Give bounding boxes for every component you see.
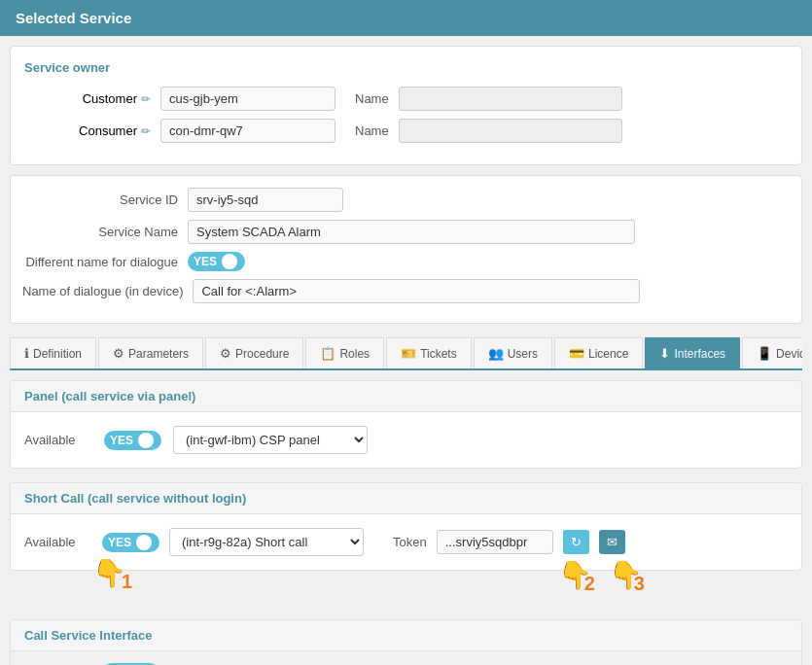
consumer-input[interactable] bbox=[160, 119, 335, 143]
dialogue-name-row: Name of dialogue (in device) bbox=[22, 279, 790, 303]
page-header: Selected Service bbox=[0, 0, 812, 36]
customer-name-label: Name bbox=[355, 91, 389, 106]
consumer-edit-icon[interactable]: ✏ bbox=[141, 124, 151, 138]
short-call-section: Short Call (call service without login) … bbox=[10, 482, 802, 571]
service-owner-title: Service owner bbox=[24, 60, 788, 75]
diff-name-toggle[interactable]: YES bbox=[188, 252, 245, 271]
short-call-toggle-circle bbox=[136, 535, 152, 550]
tab-procedure-label: Procedure bbox=[235, 347, 289, 361]
consumer-label: Consumer bbox=[79, 123, 137, 138]
service-id-row: Service ID bbox=[22, 188, 790, 212]
toggle-yes-label: YES bbox=[194, 255, 217, 268]
tab-users[interactable]: 👥 Users bbox=[474, 337, 552, 368]
tab-devices[interactable]: 📱 Devices bbox=[742, 337, 802, 368]
service-name-row: Service Name bbox=[22, 220, 790, 244]
cursor-3-label: 3 bbox=[634, 573, 645, 595]
panel-dropdown[interactable]: (int-gwf-ibm) CSP panel bbox=[173, 426, 368, 454]
service-owner-section: Service owner Customer ✏ Name Consumer ✏… bbox=[10, 46, 802, 165]
short-call-toggle[interactable]: YES 👇 1 bbox=[102, 533, 159, 552]
tab-interfaces[interactable]: ⬇ Interfaces bbox=[645, 337, 740, 368]
tab-definition[interactable]: ℹ Definition bbox=[10, 337, 96, 368]
tab-interfaces-label: Interfaces bbox=[674, 347, 725, 361]
service-name-label: Service Name bbox=[22, 225, 188, 239]
customer-input[interactable] bbox=[160, 87, 335, 111]
panel-section-title: Panel (call service via panel) bbox=[24, 389, 195, 403]
panel-toggle-label: YES bbox=[110, 434, 133, 447]
tab-roles-label: Roles bbox=[339, 347, 370, 361]
cursor-2-label: 2 bbox=[584, 573, 595, 595]
tab-tickets[interactable]: 🎫 Tickets bbox=[386, 337, 472, 368]
panel-toggle-circle bbox=[138, 433, 154, 448]
call-service-section: Call Service Interface Available YES bbox=[10, 619, 802, 665]
token-input[interactable] bbox=[437, 530, 553, 554]
panel-toggle[interactable]: YES bbox=[104, 431, 161, 450]
panel-available-label: Available bbox=[24, 433, 92, 447]
tab-procedure[interactable]: ⚙ Procedure bbox=[205, 337, 303, 368]
page-title: Selected Service bbox=[16, 10, 131, 26]
short-call-dropdown[interactable]: (int-r9g-82a) Short call bbox=[169, 528, 364, 556]
email-token-button[interactable]: ✉ 👇 3 bbox=[599, 530, 625, 554]
service-name-input[interactable] bbox=[188, 220, 635, 244]
customer-edit-icon[interactable]: ✏ bbox=[141, 92, 151, 106]
tab-devices-label: Devices bbox=[776, 347, 802, 361]
diff-name-row: Different name for dialogue YES bbox=[22, 252, 790, 271]
consumer-row: Consumer ✏ Name bbox=[24, 119, 788, 143]
diff-name-label: Different name for dialogue bbox=[22, 255, 188, 269]
customer-row: Customer ✏ Name bbox=[24, 87, 788, 111]
call-service-title: Call Service Interface bbox=[24, 628, 153, 643]
short-call-row: Available YES 👇 1 (int-r9g-82a) Short ca… bbox=[24, 528, 788, 556]
definition-icon: ℹ bbox=[24, 346, 29, 361]
tab-licence-label: Licence bbox=[588, 347, 628, 361]
interfaces-icon: ⬇ bbox=[659, 346, 670, 361]
service-id-label: Service ID bbox=[22, 192, 188, 207]
dialogue-name-label: Name of dialogue (in device) bbox=[22, 284, 193, 298]
tickets-icon: 🎫 bbox=[401, 346, 416, 361]
tab-users-label: Users bbox=[508, 347, 538, 361]
toggle-circle bbox=[222, 254, 237, 269]
customer-label: Customer bbox=[83, 91, 137, 106]
service-details-section: Service ID Service Name Different name f… bbox=[10, 175, 802, 324]
devices-icon: 📱 bbox=[757, 346, 772, 361]
panel-available-row: Available YES (int-gwf-ibm) CSP panel bbox=[24, 426, 788, 454]
parameters-icon: ⚙ bbox=[113, 346, 124, 361]
email-icon: ✉ bbox=[607, 535, 618, 549]
tabs-container: ℹ Definition ⚙ Parameters ⚙ Procedure 📋 … bbox=[10, 337, 802, 370]
procedure-icon: ⚙ bbox=[220, 346, 231, 361]
short-call-toggle-label: YES bbox=[108, 536, 131, 549]
tab-licence[interactable]: 💳 Licence bbox=[554, 337, 643, 368]
roles-icon: 📋 bbox=[320, 346, 335, 361]
consumer-name-input[interactable] bbox=[399, 119, 622, 143]
tab-definition-label: Definition bbox=[33, 347, 82, 361]
cursor-1-label: 1 bbox=[122, 571, 132, 593]
service-id-input[interactable] bbox=[188, 188, 343, 212]
users-icon: 👥 bbox=[488, 346, 504, 361]
customer-name-input[interactable] bbox=[399, 87, 622, 111]
consumer-name-label: Name bbox=[355, 123, 389, 138]
refresh-token-button[interactable]: ↻ 👇 2 bbox=[563, 530, 589, 554]
refresh-icon: ↻ bbox=[571, 535, 582, 549]
short-call-available-label: Available bbox=[24, 535, 92, 549]
short-call-title: Short Call (call service without login) bbox=[24, 491, 246, 506]
panel-section: Panel (call service via panel) Available… bbox=[10, 380, 802, 469]
tab-parameters[interactable]: ⚙ Parameters bbox=[98, 337, 203, 368]
tab-parameters-label: Parameters bbox=[128, 347, 189, 361]
dialogue-name-input[interactable] bbox=[193, 279, 640, 303]
token-label: Token bbox=[393, 535, 427, 549]
licence-icon: 💳 bbox=[569, 346, 584, 361]
tab-roles[interactable]: 📋 Roles bbox=[305, 337, 384, 368]
tab-tickets-label: Tickets bbox=[420, 347, 457, 361]
